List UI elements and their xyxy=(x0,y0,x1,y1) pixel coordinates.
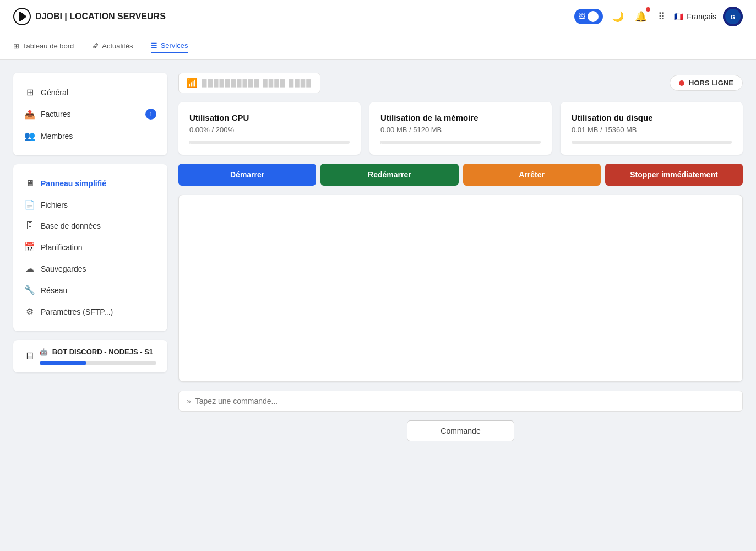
server-info: 🤖 BOT DISCORD - NODEJS - S1 xyxy=(40,348,156,365)
apps-button[interactable]: ⠿ xyxy=(656,8,667,25)
nav-label-news: Actualités xyxy=(102,42,133,50)
server-selector-dropdown[interactable]: 📶 ██████████ ████ ████ xyxy=(178,73,320,93)
action-buttons: Démarrer Redémarrer Arrêter Stopper immé… xyxy=(178,164,743,186)
memory-title: Utilisation de la mémoire xyxy=(380,113,541,122)
sidebar-item-planification[interactable]: 📅 Planification xyxy=(13,236,167,258)
sidebar-item-sauvegardes[interactable]: ☁ Sauvegardes xyxy=(13,258,167,279)
services-icon: ☰ xyxy=(151,41,157,50)
theme-toggle[interactable]: 🖼 xyxy=(574,9,603,24)
top-nav-right: 🖼 🌙 🔔 ⠿ 🇫🇷 Français G xyxy=(574,7,743,26)
cpu-value: 0.00% / 200% xyxy=(189,126,350,134)
sidebar-server-card: 🖥 Panneau simplifié 📄 Fichiers 🗄 Base de… xyxy=(13,164,167,331)
sidebar-label-parametres: Paramètres (SFTP...) xyxy=(41,307,113,316)
stop-button[interactable]: Arrêter xyxy=(463,164,601,186)
sidebar-item-general[interactable]: ⊞ Général xyxy=(13,82,167,103)
discord-emoji: 🤖 xyxy=(40,348,48,356)
planification-icon: 📅 xyxy=(24,242,35,252)
server-name-text: BOT DISCORD - NODEJS - S1 xyxy=(52,348,153,356)
user-avatar[interactable]: G xyxy=(723,7,743,26)
disk-bar xyxy=(572,141,732,144)
sidebar-label-sauvegardes: Sauvegardes xyxy=(41,264,86,273)
command-submit-row: Commande xyxy=(178,420,743,441)
general-icon: ⊞ xyxy=(24,87,35,98)
stat-card-memory: Utilisation de la mémoire 0.00 MB / 5120… xyxy=(369,102,552,155)
status-label: HORS LIGNE xyxy=(689,79,733,87)
notification-dot xyxy=(646,7,650,12)
nav-label-dashboard: Tableau de bord xyxy=(23,42,74,50)
dashboard-icon: ⊞ xyxy=(13,42,19,50)
sidebar-label-factures: Factures xyxy=(41,110,70,118)
sidebar-label-planification: Planification xyxy=(41,243,83,252)
sidebar-item-membres[interactable]: 👥 Membres xyxy=(13,125,167,147)
cpu-bar xyxy=(189,141,350,144)
fichiers-icon: 📄 xyxy=(24,199,35,210)
brand-title: DJOBI | LOCATION SERVEURS xyxy=(35,12,166,21)
flag-icon: 🇫🇷 xyxy=(674,12,683,21)
notification-container: 🔔 xyxy=(633,8,649,25)
content-area: 📶 ██████████ ████ ████ HORS LIGNE Utilis… xyxy=(178,73,743,538)
sauvegardes-icon: ☁ xyxy=(24,263,35,274)
stat-card-disk: Utilisation du disque 0.01 MB / 15360 MB xyxy=(561,102,743,155)
command-input-row: » xyxy=(178,391,743,412)
server-name-label: 🤖 BOT DISCORD - NODEJS - S1 xyxy=(40,348,156,356)
secondary-navigation: ⊞ Tableau de bord 🗞 Actualités ☰ Service… xyxy=(0,33,756,60)
status-badge: HORS LIGNE xyxy=(670,75,743,91)
sidebar-item-fichiers[interactable]: 📄 Fichiers xyxy=(13,194,167,215)
svg-text:G: G xyxy=(731,14,735,20)
sidebar-item-parametres[interactable]: ⚙ Paramètres (SFTP...) xyxy=(13,301,167,322)
sidebar-server-name-card[interactable]: 🖥 🤖 BOT DISCORD - NODEJS - S1 xyxy=(13,340,167,372)
console-area xyxy=(178,195,743,382)
sidebar: ⊞ Général 📤 Factures 1 👥 Membres 🖥 Panne… xyxy=(13,73,167,538)
sidebar-label-general: Général xyxy=(41,88,68,97)
language-label: Français xyxy=(687,12,716,21)
signal-icon: 📶 xyxy=(187,78,198,88)
server-small-icon: 🖥 xyxy=(24,350,34,362)
server-selector-text: ██████████ ████ ████ xyxy=(202,79,312,87)
main-layout: ⊞ Général 📤 Factures 1 👥 Membres 🖥 Panne… xyxy=(0,60,756,551)
nav-item-news[interactable]: 🗞 Actualités xyxy=(91,40,133,52)
factures-icon: 📤 xyxy=(24,109,35,120)
stats-row: Utilisation CPU 0.00% / 200% Utilisation… xyxy=(178,102,743,155)
sidebar-item-factures[interactable]: 📤 Factures 1 xyxy=(13,103,167,125)
sidebar-item-database[interactable]: 🗄 Base de données xyxy=(13,215,167,236)
sidebar-item-reseau[interactable]: 🔧 Réseau xyxy=(13,279,167,301)
database-icon: 🗄 xyxy=(24,221,35,231)
memory-bar-fill xyxy=(380,141,381,144)
language-selector[interactable]: 🇫🇷 Français xyxy=(674,12,716,21)
top-navigation: DJOBI | LOCATION SERVEURS 🖼 🌙 🔔 ⠿ 🇫🇷 Fra… xyxy=(0,0,756,33)
dark-mode-button[interactable]: 🌙 xyxy=(610,8,626,25)
restart-button[interactable]: Redémarrer xyxy=(320,164,458,186)
reseau-icon: 🔧 xyxy=(24,285,35,295)
command-input[interactable] xyxy=(195,397,735,406)
kill-button[interactable]: Stopper immédiatement xyxy=(605,164,743,186)
command-submit-button[interactable]: Commande xyxy=(407,420,514,441)
nav-item-services[interactable]: ☰ Services xyxy=(151,39,188,53)
sidebar-label-reseau: Réseau xyxy=(41,286,67,295)
status-dot xyxy=(679,80,684,86)
sidebar-item-panneau[interactable]: 🖥 Panneau simplifié xyxy=(13,173,167,194)
disk-bar-fill xyxy=(572,141,572,144)
logo[interactable]: DJOBI | LOCATION SERVEURS xyxy=(13,8,166,25)
nav-item-dashboard[interactable]: ⊞ Tableau de bord xyxy=(13,40,74,52)
memory-value: 0.00 MB / 5120 MB xyxy=(380,126,541,134)
cpu-title: Utilisation CPU xyxy=(189,113,350,122)
sidebar-label-database: Base de données xyxy=(41,222,101,230)
sidebar-label-panneau: Panneau simplifié xyxy=(41,179,106,188)
cpu-bar-fill xyxy=(189,141,190,144)
server-progress-fill xyxy=(40,361,86,365)
panneau-icon: 🖥 xyxy=(24,179,35,188)
news-icon: 🗞 xyxy=(91,42,99,50)
sidebar-general-card: ⊞ Général 📤 Factures 1 👥 Membres xyxy=(13,73,167,155)
toggle-icon: 🖼 xyxy=(579,13,585,20)
server-header-row: 📶 ██████████ ████ ████ HORS LIGNE xyxy=(178,73,743,93)
memory-bar xyxy=(380,141,541,144)
factures-badge: 1 xyxy=(145,109,156,120)
disk-value: 0.01 MB / 15360 MB xyxy=(572,126,732,134)
membres-icon: 👥 xyxy=(24,131,35,141)
sidebar-label-fichiers: Fichiers xyxy=(41,201,68,209)
stat-card-cpu: Utilisation CPU 0.00% / 200% xyxy=(178,102,361,155)
parametres-icon: ⚙ xyxy=(24,306,35,317)
sidebar-label-membres: Membres xyxy=(41,132,73,141)
toggle-dot xyxy=(588,11,599,22)
start-button[interactable]: Démarrer xyxy=(178,164,316,186)
